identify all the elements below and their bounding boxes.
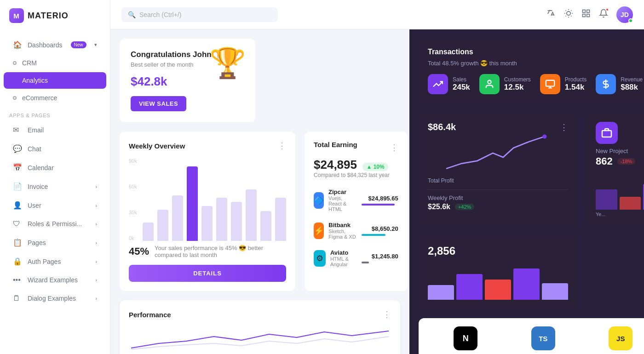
- svg-point-18: [542, 135, 546, 139]
- weekly-chart: 90k 60k 30k 0k: [129, 158, 286, 241]
- transactions-card: Transactions ⋮ Total 48.5% growth 😎 this…: [419, 39, 644, 103]
- sidebar-item-ecommerce[interactable]: eCommerce: [4, 90, 106, 106]
- earning-row-aviato: ⚙ Aviato HTML & Angular $1,245.80: [314, 245, 398, 272]
- logo-icon: M: [9, 8, 24, 23]
- chat-icon: 💬: [13, 144, 22, 153]
- stats-bar-chart: [428, 263, 568, 300]
- trophy-icon: 🏆: [209, 46, 246, 80]
- weekly-profit-label: Weekly Profit: [428, 194, 463, 201]
- performance-card: Performance ⋮: [120, 300, 400, 354]
- earning-menu-icon[interactable]: ⋮: [390, 143, 398, 153]
- sidebar-item-dialog[interactable]: 🗒 Dialog Examples ›: [4, 290, 106, 307]
- invoice-icon: 📄: [13, 182, 22, 191]
- bitbank-amount: $8,650.20: [362, 225, 398, 232]
- chevron-right-icon: ›: [95, 221, 97, 227]
- weekly-profit-badge: +42%: [455, 204, 474, 210]
- sidebar-item-roles[interactable]: 🛡 Roles & Permissi... ›: [4, 215, 106, 233]
- sales-icon: [428, 74, 448, 94]
- bitbank-amount-col: $8,650.20: [362, 225, 398, 236]
- sidebar-item-analytics[interactable]: Analytics: [4, 72, 106, 89]
- y-label: 30k: [129, 210, 137, 215]
- bar: [596, 189, 617, 210]
- svg-rect-12: [587, 14, 590, 17]
- zipcar-amount-col: $24,895.65: [362, 195, 398, 206]
- sidebar-item-invoice[interactable]: 📄 Invoice ›: [4, 177, 106, 195]
- sidebar-item-crm[interactable]: CRM: [4, 55, 106, 71]
- sidebar-item-auth-pages[interactable]: 🔒 Auth Pages ›: [4, 252, 106, 270]
- chart-bar: [260, 211, 271, 241]
- chart-bar: [231, 202, 242, 241]
- svg-line-8: [571, 11, 571, 11]
- svg-point-0: [567, 11, 570, 15]
- bar: [428, 285, 454, 300]
- translate-icon[interactable]: [546, 9, 556, 20]
- zipcar-amount: $24,895.65: [362, 195, 398, 202]
- performance-title: Performance: [129, 311, 171, 319]
- earning-badge: ▲ 10%: [362, 163, 388, 171]
- stat-customers: Customers 12.5k: [479, 74, 531, 94]
- bar: [542, 283, 568, 300]
- bell-icon[interactable]: [599, 9, 608, 20]
- sidebar-item-label: CRM: [22, 59, 37, 67]
- chart-y-labels: 90k 60k 30k 0k: [129, 158, 137, 241]
- javascript-logo: JS: [609, 326, 632, 350]
- svg-rect-14: [546, 80, 554, 86]
- sales-value: 245k: [453, 83, 470, 92]
- chart-bar: [172, 195, 183, 241]
- sidebar-item-wizard[interactable]: ••• Wizard Examples ›: [4, 271, 106, 289]
- weekly-menu-icon[interactable]: ⋮: [278, 141, 286, 151]
- sidebar-item-label: User: [28, 202, 41, 209]
- products-stat: Products 1.54k: [565, 76, 586, 92]
- project-badge: -18%: [617, 158, 636, 165]
- earning-compare: Compared to $84,325 last year: [314, 172, 398, 178]
- main-area: 🔍 Search (Ctrl+/) JD: [110, 0, 644, 354]
- notification-dot: [605, 8, 609, 11]
- congrats-card: Congratulations John! 🥳 Best seller of t…: [120, 39, 255, 122]
- performance-chart-svg: [129, 327, 391, 350]
- new-project-card: ⋮ New Project 862 -18%: [586, 113, 644, 226]
- total-earning-card: Total Earning ⋮ $24,895 ▲ 10% Compared t…: [305, 131, 408, 291]
- sidebar-item-calendar[interactable]: 📅 Calendar: [4, 159, 106, 177]
- email-icon: ✉: [13, 126, 22, 134]
- zipcar-name: Zipcar: [328, 188, 357, 195]
- sidebar-item-label: Calendar: [28, 164, 54, 171]
- pages-icon: 📋: [13, 238, 22, 247]
- brightness-icon[interactable]: [564, 9, 573, 20]
- details-button[interactable]: DETAILS: [129, 265, 286, 282]
- grid-icon[interactable]: [581, 9, 591, 20]
- sidebar-item-label: Wizard Examples: [28, 276, 78, 284]
- search-bar[interactable]: 🔍 Search (Ctrl+/): [121, 7, 278, 22]
- bitbank-sub: Sketch, Figma & XD: [328, 228, 356, 240]
- customers-value: 12.5k: [504, 83, 531, 92]
- sidebar-item-chat[interactable]: 💬 Chat: [4, 140, 106, 158]
- chart-bar-active: [187, 166, 198, 241]
- project-value: 862: [596, 155, 613, 167]
- sidebar-item-email[interactable]: ✉ Email: [4, 121, 106, 139]
- sidebar-item-user[interactable]: 👤 User ›: [4, 196, 106, 214]
- top-stats-value: 2,856: [428, 245, 568, 257]
- home-icon: 🏠: [13, 40, 22, 49]
- sidebar-item-dashboards[interactable]: 🏠 Dashboards New ▾: [4, 36, 106, 54]
- nav-dot-ecommerce: [13, 96, 17, 100]
- svg-rect-10: [587, 10, 590, 13]
- avatar-online-dot: [628, 18, 633, 23]
- nav-dot-analytics: [13, 79, 17, 82]
- left-panel: Congratulations John! 🥳 Best seller of t…: [110, 29, 409, 354]
- sidebar-item-pages[interactable]: 📋 Pages ›: [4, 234, 106, 251]
- sidebar-logo[interactable]: M MATERIO: [0, 0, 110, 31]
- total-profit-chart-card: $86.4k ⋮ Total Profit Weekly Profit $25.…: [419, 113, 577, 226]
- sidebar-item-label: Email: [28, 126, 44, 134]
- earning-row-bitbank: ⚡ Bitbank Sketch, Figma & XD $8,650.20: [314, 217, 398, 245]
- sidebar-item-label: Auth Pages: [28, 258, 61, 265]
- bar: [485, 280, 511, 300]
- avatar[interactable]: JD: [616, 6, 633, 23]
- total-profit-menu-icon[interactable]: ⋮: [560, 122, 568, 132]
- performance-menu-icon[interactable]: ⋮: [383, 309, 391, 320]
- chevron-right-icon: ›: [95, 240, 97, 246]
- transactions-stats: Sales 245k Customers 12.5k: [428, 74, 644, 94]
- chevron-right-icon: ›: [95, 184, 97, 189]
- aviato-icon: ⚙: [314, 250, 326, 267]
- view-sales-button[interactable]: VIEW SALES: [131, 96, 186, 111]
- chart-bar: [216, 198, 227, 241]
- performance-text: Your sales performance is 45% 😎 better c…: [155, 245, 286, 258]
